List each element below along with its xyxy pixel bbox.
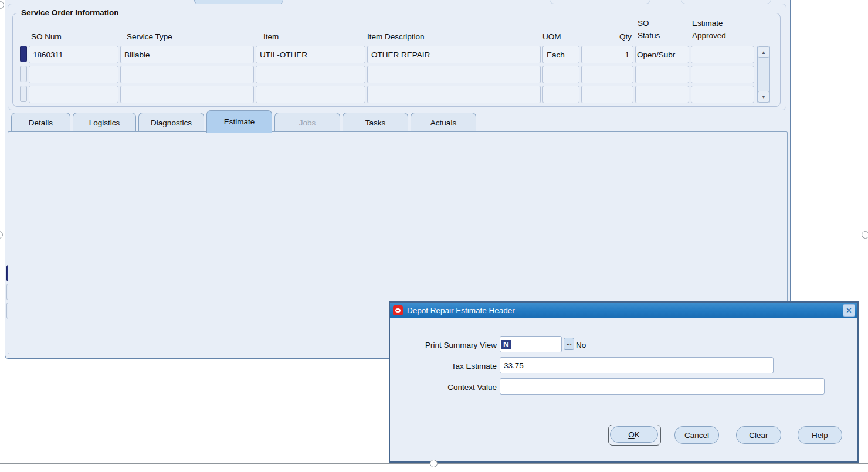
oracle-logo-icon	[393, 305, 403, 315]
service-type-field[interactable]	[120, 86, 254, 103]
so-num-header: SO Num	[31, 30, 62, 43]
item-description-header: Item Description	[367, 30, 425, 43]
selection-handle[interactable]	[430, 460, 438, 467]
tab-actuals[interactable]: Actuals	[411, 113, 476, 132]
tab-logistics[interactable]: Logistics	[73, 113, 136, 132]
scroll-down-icon[interactable]: ▼	[758, 91, 769, 103]
print-summary-display-value: No	[576, 339, 586, 351]
estimate-approved-field[interactable]	[691, 46, 754, 63]
service-order-title: Service Order Information	[18, 8, 122, 17]
item-description-field[interactable]: OTHER REPAIR	[367, 46, 541, 63]
so-status-field[interactable]	[635, 86, 689, 103]
tab-estimate[interactable]: Estimate	[206, 110, 272, 133]
record-indicator[interactable]	[20, 86, 27, 102]
so-status-field[interactable]	[635, 66, 689, 83]
qty-field[interactable]	[581, 66, 633, 83]
estimate-approved-header: Estimate Approved	[692, 17, 726, 42]
so-num-field[interactable]	[29, 86, 118, 103]
dialog-titlebar[interactable]: Depot Repair Estimate Header ✕	[390, 303, 857, 318]
uom-field[interactable]: Each	[542, 46, 579, 63]
context-value-field[interactable]	[500, 378, 825, 395]
item-description-field[interactable]	[367, 66, 541, 83]
close-icon[interactable]: ✕	[843, 304, 855, 317]
selection-handle[interactable]	[0, 1, 4, 9]
so-status-field[interactable]: Open/Subr	[635, 46, 689, 63]
tab-diagnostics[interactable]: Diagnostics	[138, 113, 204, 132]
tab-details[interactable]: Details	[11, 113, 70, 132]
estimate-approved-field[interactable]	[691, 86, 754, 103]
so-num-field[interactable]	[29, 66, 118, 83]
tax-estimate-field[interactable]: 33.75	[500, 357, 774, 373]
context-value-label: Context Value	[395, 381, 497, 393]
qty-header: Qty	[596, 30, 632, 43]
service-order-scrollbar[interactable]: ▲ ▼	[757, 46, 770, 103]
service-type-field[interactable]	[120, 66, 254, 83]
tab-jobs[interactable]: Jobs	[274, 113, 340, 132]
record-indicator[interactable]	[20, 46, 27, 62]
dialog-title: Depot Repair Estimate Header	[407, 306, 515, 315]
tax-estimate-label: Tax Estimate	[395, 360, 497, 372]
scroll-up-icon[interactable]: ▲	[758, 46, 769, 58]
ok-button-focus-ring: OK	[608, 425, 661, 446]
qty-field[interactable]	[581, 86, 633, 103]
qty-field[interactable]: 1	[581, 46, 633, 63]
lov-ellipsis-button[interactable]: ···	[564, 338, 574, 350]
selection-handle[interactable]	[0, 231, 3, 239]
ok-button[interactable]: OK	[610, 426, 658, 443]
uom-field[interactable]	[542, 86, 579, 103]
help-button[interactable]: Help	[798, 426, 842, 444]
item-header: Item	[263, 30, 279, 43]
tab-tasks[interactable]: Tasks	[343, 113, 408, 132]
depot-repair-estimate-header-dialog: Depot Repair Estimate Header ✕ Print Sum…	[389, 301, 859, 463]
item-field[interactable]	[256, 86, 365, 103]
service-type-header: Service Type	[127, 30, 172, 43]
item-description-field[interactable]	[367, 86, 541, 103]
item-field[interactable]	[256, 66, 365, 83]
print-summary-view-label: Print Summary View	[395, 339, 497, 351]
clear-button[interactable]: Clear	[736, 426, 781, 444]
print-summary-view-field[interactable]: N	[500, 336, 562, 352]
selection-handle[interactable]	[862, 231, 868, 239]
estimate-approved-field[interactable]	[691, 66, 754, 83]
service-type-field[interactable]: Billable	[120, 46, 254, 63]
uom-header: UOM	[542, 30, 561, 43]
so-status-header: SO Status	[638, 17, 660, 42]
so-num-field[interactable]: 1860311	[29, 46, 118, 63]
record-indicator[interactable]	[20, 66, 27, 82]
cancel-button[interactable]: Cancel	[674, 426, 719, 444]
uom-field[interactable]	[542, 66, 579, 83]
item-field[interactable]: UTIL-OTHER	[256, 46, 365, 63]
